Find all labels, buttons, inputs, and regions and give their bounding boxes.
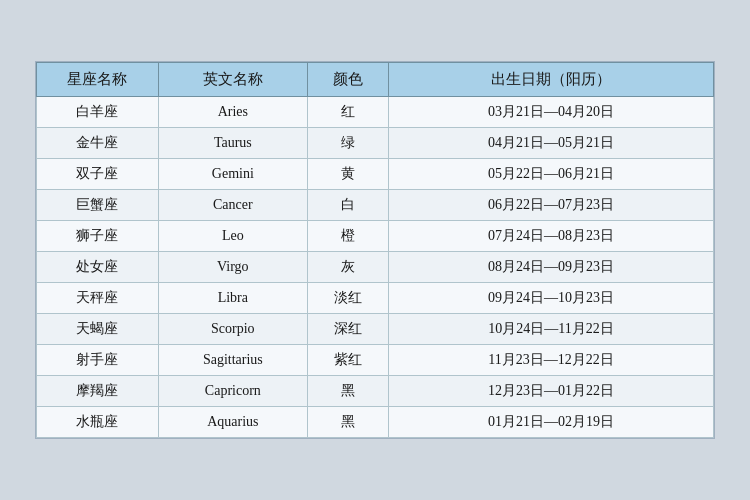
- header-date: 出生日期（阳历）: [389, 63, 714, 97]
- cell-color: 红: [307, 97, 388, 128]
- zodiac-table: 星座名称 英文名称 颜色 出生日期（阳历） 白羊座Aries红03月21日—04…: [36, 62, 714, 438]
- table-row: 天蝎座Scorpio深红10月24日—11月22日: [37, 314, 714, 345]
- cell-english: Sagittarius: [158, 345, 307, 376]
- cell-english: Scorpio: [158, 314, 307, 345]
- cell-chinese: 巨蟹座: [37, 190, 159, 221]
- cell-chinese: 金牛座: [37, 128, 159, 159]
- cell-chinese: 处女座: [37, 252, 159, 283]
- table-body: 白羊座Aries红03月21日—04月20日金牛座Taurus绿04月21日—0…: [37, 97, 714, 438]
- cell-chinese: 天蝎座: [37, 314, 159, 345]
- cell-chinese: 射手座: [37, 345, 159, 376]
- cell-date: 05月22日—06月21日: [389, 159, 714, 190]
- cell-chinese: 摩羯座: [37, 376, 159, 407]
- cell-chinese: 水瓶座: [37, 407, 159, 438]
- table-row: 金牛座Taurus绿04月21日—05月21日: [37, 128, 714, 159]
- header-chinese: 星座名称: [37, 63, 159, 97]
- cell-chinese: 白羊座: [37, 97, 159, 128]
- table-row: 摩羯座Capricorn黑12月23日—01月22日: [37, 376, 714, 407]
- table-row: 处女座Virgo灰08月24日—09月23日: [37, 252, 714, 283]
- cell-date: 08月24日—09月23日: [389, 252, 714, 283]
- cell-color: 橙: [307, 221, 388, 252]
- header-english: 英文名称: [158, 63, 307, 97]
- table-row: 狮子座Leo橙07月24日—08月23日: [37, 221, 714, 252]
- cell-english: Capricorn: [158, 376, 307, 407]
- cell-date: 12月23日—01月22日: [389, 376, 714, 407]
- cell-english: Leo: [158, 221, 307, 252]
- cell-date: 10月24日—11月22日: [389, 314, 714, 345]
- table-row: 水瓶座Aquarius黑01月21日—02月19日: [37, 407, 714, 438]
- cell-date: 07月24日—08月23日: [389, 221, 714, 252]
- cell-chinese: 天秤座: [37, 283, 159, 314]
- cell-english: Taurus: [158, 128, 307, 159]
- table-row: 白羊座Aries红03月21日—04月20日: [37, 97, 714, 128]
- cell-english: Gemini: [158, 159, 307, 190]
- cell-date: 11月23日—12月22日: [389, 345, 714, 376]
- cell-english: Aries: [158, 97, 307, 128]
- cell-color: 黄: [307, 159, 388, 190]
- cell-date: 06月22日—07月23日: [389, 190, 714, 221]
- header-color: 颜色: [307, 63, 388, 97]
- table-row: 双子座Gemini黄05月22日—06月21日: [37, 159, 714, 190]
- cell-english: Cancer: [158, 190, 307, 221]
- zodiac-table-container: 星座名称 英文名称 颜色 出生日期（阳历） 白羊座Aries红03月21日—04…: [35, 61, 715, 439]
- table-header-row: 星座名称 英文名称 颜色 出生日期（阳历）: [37, 63, 714, 97]
- cell-color: 紫红: [307, 345, 388, 376]
- cell-date: 01月21日—02月19日: [389, 407, 714, 438]
- cell-date: 09月24日—10月23日: [389, 283, 714, 314]
- cell-color: 白: [307, 190, 388, 221]
- table-row: 天秤座Libra淡红09月24日—10月23日: [37, 283, 714, 314]
- cell-english: Libra: [158, 283, 307, 314]
- cell-chinese: 双子座: [37, 159, 159, 190]
- table-row: 巨蟹座Cancer白06月22日—07月23日: [37, 190, 714, 221]
- cell-color: 灰: [307, 252, 388, 283]
- cell-color: 黑: [307, 407, 388, 438]
- cell-date: 04月21日—05月21日: [389, 128, 714, 159]
- cell-chinese: 狮子座: [37, 221, 159, 252]
- cell-color: 黑: [307, 376, 388, 407]
- cell-date: 03月21日—04月20日: [389, 97, 714, 128]
- table-row: 射手座Sagittarius紫红11月23日—12月22日: [37, 345, 714, 376]
- cell-color: 绿: [307, 128, 388, 159]
- cell-english: Aquarius: [158, 407, 307, 438]
- cell-color: 深红: [307, 314, 388, 345]
- cell-english: Virgo: [158, 252, 307, 283]
- cell-color: 淡红: [307, 283, 388, 314]
